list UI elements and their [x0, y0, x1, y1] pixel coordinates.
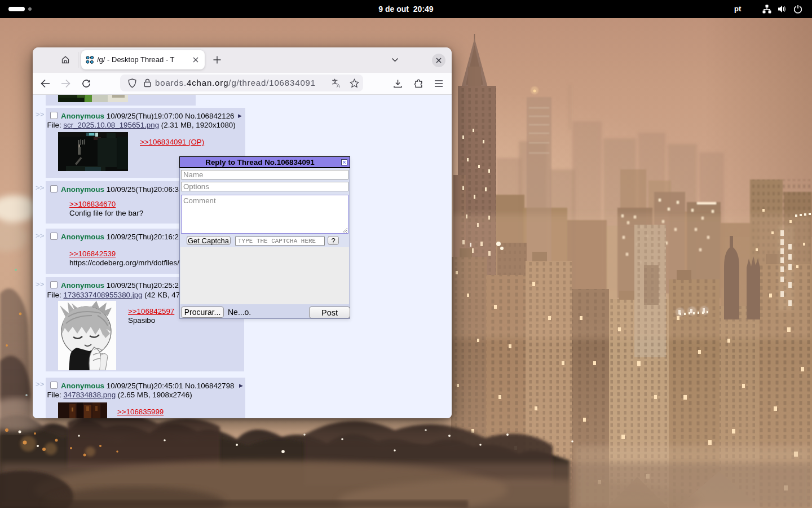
svg-text:A: A	[337, 83, 340, 88]
